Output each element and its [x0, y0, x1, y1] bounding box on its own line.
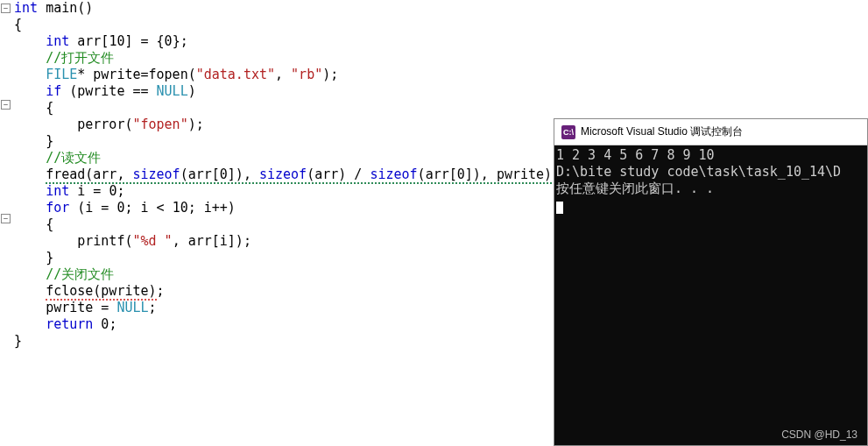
- watermark: CSDN @HD_13: [781, 428, 857, 441]
- console-prompt: 按任意键关闭此窗口. . .: [556, 181, 714, 196]
- console-path: D:\bite study code\task\task_10_14\D: [556, 164, 841, 180]
- console-cursor: [556, 202, 563, 214]
- fold-toggle-if[interactable]: −: [1, 100, 11, 110]
- console-titlebar[interactable]: C:\ Microsoft Visual Studio 调试控制台: [554, 119, 867, 145]
- outline-column: − − −: [0, 0, 11, 394]
- fold-toggle-for[interactable]: −: [1, 214, 11, 223]
- vs-icon: C:\: [561, 125, 575, 139]
- console-title: Microsoft Visual Studio 调试控制台: [581, 124, 743, 139]
- code-surface[interactable]: int main() { int arr[10] = {0}; //打开文件 F…: [11, 0, 563, 394]
- console-output: 1 2 3 4 5 6 7 8 9 10: [556, 147, 715, 163]
- debug-console-window: C:\ Microsoft Visual Studio 调试控制台 1 2 3 …: [554, 118, 868, 446]
- console-body[interactable]: 1 2 3 4 5 6 7 8 9 10 D:\bite study code\…: [554, 145, 867, 445]
- fold-toggle-main[interactable]: −: [1, 4, 11, 13]
- code-editor-pane: − − − int main() { int arr[10] = {0}; //…: [0, 0, 552, 394]
